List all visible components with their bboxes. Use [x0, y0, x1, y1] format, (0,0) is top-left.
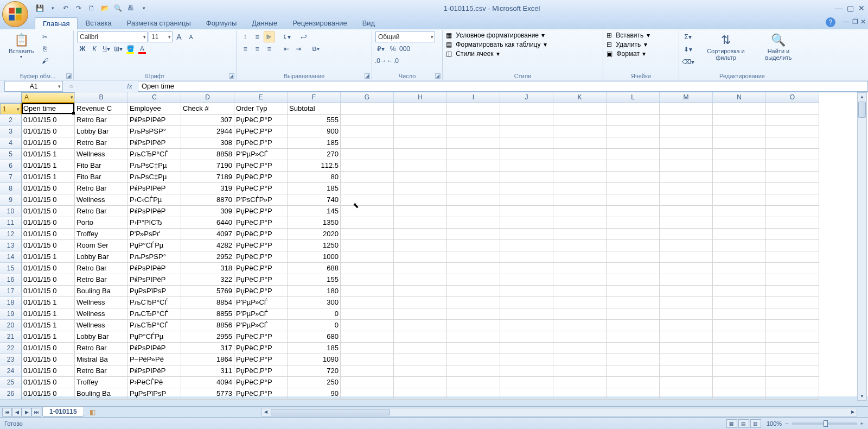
cell[interactable] [341, 320, 394, 331]
align-left-icon[interactable]: ≡ [240, 43, 251, 54]
cell[interactable]: 4094 [181, 377, 234, 388]
cell[interactable]: 4097 [181, 229, 234, 240]
cell[interactable] [660, 194, 713, 206]
cell[interactable]: РљРѕРЅР° [128, 126, 181, 137]
cell[interactable]: 01/01/15 0 [22, 126, 75, 137]
cell[interactable] [341, 377, 394, 388]
column-header-H[interactable]: H [394, 92, 447, 103]
cell[interactable] [500, 194, 553, 206]
cell[interactable]: Р–РёР»Рё [128, 354, 181, 365]
cell[interactable]: РљРѕС‡Рµ [128, 160, 181, 172]
column-header-K[interactable]: K [553, 92, 607, 103]
cell[interactable]: 8870 [181, 194, 234, 206]
cell[interactable] [713, 115, 766, 126]
cell[interactable]: 308 [181, 137, 234, 149]
cell[interactable]: Subtotal [288, 103, 341, 115]
cell[interactable]: 311 [181, 365, 234, 377]
cell[interactable]: Retro Bar [75, 343, 128, 354]
quick-print-icon[interactable]: 🖶 [126, 3, 136, 13]
cell[interactable] [394, 206, 447, 217]
cell[interactable] [607, 331, 660, 343]
cell[interactable]: РќРѕРІРёР [128, 274, 181, 286]
cell[interactable] [447, 297, 500, 308]
normal-view-icon[interactable]: ▦ [726, 419, 737, 428]
last-sheet-icon[interactable]: ⏭ [31, 408, 41, 417]
cell[interactable]: 8858 [181, 149, 234, 160]
cell[interactable] [660, 251, 713, 263]
formula-bar[interactable]: Open time [138, 81, 868, 92]
column-header-J[interactable]: J [500, 92, 553, 103]
cell[interactable] [713, 240, 766, 251]
indent-decrease-icon[interactable]: ⇤ [281, 43, 292, 54]
workbook-minimize-icon[interactable]: — [843, 18, 850, 26]
cell[interactable] [660, 377, 713, 388]
cell[interactable]: 0 [288, 308, 341, 320]
sort-filter-button[interactable]: ⇅ Сортировка и фильтр [699, 31, 753, 62]
column-header-M[interactable]: M [660, 92, 713, 103]
cell[interactable]: Р'РµР»СЃ [234, 297, 288, 308]
cell[interactable] [553, 274, 607, 286]
cell[interactable]: 01/01/15 0 [22, 343, 75, 354]
cell[interactable] [660, 308, 713, 320]
cell[interactable]: РџРёС‚Р°Р [234, 365, 288, 377]
cell[interactable] [766, 149, 819, 160]
cell[interactable]: 1250 [288, 240, 341, 251]
cell[interactable] [713, 297, 766, 308]
cell[interactable] [713, 365, 766, 377]
row-header-6[interactable]: 6 [0, 160, 22, 172]
cell[interactable] [500, 172, 553, 183]
column-header-I[interactable]: I [447, 92, 500, 103]
cell[interactable] [341, 274, 394, 286]
column-header-B[interactable]: B [75, 92, 128, 103]
cell[interactable]: РџРёС‚Р°Р [234, 206, 288, 217]
cell[interactable] [500, 354, 553, 365]
cell[interactable] [447, 115, 500, 126]
cell[interactable] [341, 194, 394, 206]
cell[interactable] [447, 160, 500, 172]
row-header-23[interactable]: 23 [0, 354, 22, 365]
cell[interactable] [341, 365, 394, 377]
comma-icon[interactable]: 000 [399, 43, 410, 54]
row-header-7[interactable]: 7 [0, 172, 22, 183]
cell[interactable] [341, 149, 394, 160]
select-all-corner[interactable] [0, 92, 22, 103]
cell[interactable] [660, 183, 713, 194]
cell[interactable]: 01/01/15 0 [22, 217, 75, 229]
cell[interactable] [341, 286, 394, 297]
cell[interactable] [394, 308, 447, 320]
cell[interactable]: 01/01/15 1 [22, 331, 75, 343]
cell[interactable] [607, 160, 660, 172]
cell[interactable]: Retro Bar [75, 365, 128, 377]
zoom-out-icon[interactable]: − [785, 420, 788, 427]
cell[interactable] [500, 263, 553, 274]
cell[interactable] [394, 137, 447, 149]
cell[interactable]: 318 [181, 263, 234, 274]
qat-dropdown-icon[interactable]: ▾ [48, 3, 58, 13]
hscroll-thumb[interactable] [271, 409, 390, 415]
cell[interactable] [500, 229, 553, 240]
cell[interactable] [394, 343, 447, 354]
cell[interactable] [500, 297, 553, 308]
cell[interactable]: 185 [288, 183, 341, 194]
cell[interactable]: РџР°СЃРµ [128, 240, 181, 251]
cell[interactable]: Wellness [75, 320, 128, 331]
prev-sheet-icon[interactable]: ◀ [12, 408, 22, 417]
workbook-restore-icon[interactable]: ❐ [852, 18, 858, 26]
cell[interactable] [766, 377, 819, 388]
cell[interactable]: 01/01/15 1 [22, 308, 75, 320]
close-icon[interactable]: ✕ [858, 4, 865, 12]
cell[interactable]: Р›РёСЃРё [128, 377, 181, 388]
cell[interactable] [394, 388, 447, 400]
cell[interactable] [394, 194, 447, 206]
cell[interactable]: Р'РµР»СЃ [234, 320, 288, 331]
cell[interactable] [607, 320, 660, 331]
cell[interactable] [607, 377, 660, 388]
conditional-formatting-button[interactable]: ▦ Условное форматирование ▾ [446, 31, 545, 39]
find-select-button[interactable]: 🔍 Найти и выделить [755, 31, 802, 62]
cell[interactable] [447, 206, 500, 217]
cell[interactable]: РџРёС‚Р°Р [234, 377, 288, 388]
row-header-11[interactable]: 11 [0, 217, 22, 229]
cell[interactable]: РџРёС‚Р°Р [234, 160, 288, 172]
cell[interactable] [713, 149, 766, 160]
clipboard-dialog-launcher[interactable]: ◢ [66, 73, 72, 79]
